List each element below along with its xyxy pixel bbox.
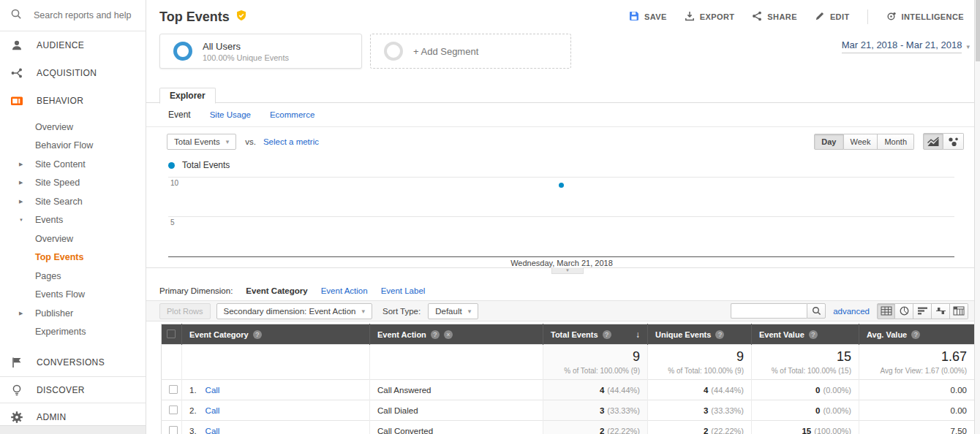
- category-link[interactable]: Call: [206, 427, 220, 434]
- sidebar-item-overview[interactable]: Overview: [0, 118, 146, 137]
- plot-rows-button[interactable]: Plot Rows: [159, 303, 211, 319]
- granularity-day-button[interactable]: Day: [814, 134, 843, 150]
- sidebar-item-acquisition[interactable]: ACQUISITION: [0, 59, 146, 87]
- help-icon[interactable]: ?: [431, 330, 440, 339]
- save-icon: [629, 11, 639, 23]
- help-icon[interactable]: ?: [253, 330, 262, 339]
- col-total-events[interactable]: Total Events?↓: [543, 324, 648, 345]
- sidebar-item-behavior[interactable]: BEHAVIOR: [0, 87, 146, 115]
- help-icon[interactable]: ?: [911, 330, 920, 339]
- row-checkbox-cell: [162, 421, 182, 434]
- chart-drawer-handle[interactable]: ▼: [551, 267, 584, 274]
- view-pivot-button[interactable]: [950, 303, 968, 319]
- row-checkbox-cell: [162, 380, 182, 400]
- metric-dropdown[interactable]: Total Events ▾: [167, 134, 236, 150]
- select-metric-link[interactable]: Select a metric: [263, 137, 319, 146]
- report-header: Top Events SAVE EXPORT SHARE: [146, 0, 974, 34]
- add-segment-button[interactable]: + Add Segment: [370, 34, 571, 69]
- help-icon[interactable]: ?: [715, 330, 724, 339]
- help-icon[interactable]: ?: [809, 330, 818, 339]
- col-event-action[interactable]: Event Action?×: [370, 324, 543, 345]
- view-percentage-button[interactable]: [895, 303, 913, 319]
- secondary-dimension-dropdown[interactable]: Secondary dimension: Event Action ▾: [216, 303, 372, 319]
- granularity-week-button[interactable]: Week: [844, 134, 878, 150]
- table-search-button[interactable]: [807, 303, 826, 319]
- export-button[interactable]: EXPORT: [685, 11, 735, 23]
- row-event-value: 15(100.00%): [752, 421, 859, 434]
- dimension-event-category[interactable]: Event Category: [246, 286, 307, 295]
- row-checkbox[interactable]: [169, 406, 178, 414]
- data-point-total-events[interactable]: [559, 183, 564, 188]
- row-checkbox[interactable]: [169, 426, 178, 434]
- col-avg-value[interactable]: Avg. Value?: [859, 324, 975, 345]
- expand-right-icon[interactable]: ▶: [19, 199, 23, 205]
- row-checkbox[interactable]: [169, 385, 178, 394]
- view-table-button[interactable]: [877, 303, 895, 319]
- sidebar-item-events-flow[interactable]: Events Flow: [0, 286, 146, 305]
- sidebar-item-publisher[interactable]: ▶ Publisher: [0, 304, 146, 323]
- search-icon: [10, 8, 22, 23]
- scrollbar[interactable]: [974, 0, 980, 434]
- sidebar-item-site-search[interactable]: ▶ Site Search: [0, 192, 146, 211]
- sidebar-item-experiments[interactable]: Experiments: [0, 323, 146, 342]
- sidebar-item-top-events[interactable]: Top Events: [0, 248, 146, 267]
- dimension-event-label[interactable]: Event Label: [381, 286, 426, 295]
- chevron-down-icon: ▾: [468, 308, 472, 315]
- sidebar-item-events-overview[interactable]: Overview: [0, 229, 146, 248]
- col-label: Total Events: [551, 330, 598, 339]
- sidebar-item-events[interactable]: ▼ Events: [0, 211, 146, 230]
- view-performance-button[interactable]: [913, 303, 932, 319]
- segment-all-users[interactable]: All Users 100.00% Unique Events: [159, 34, 362, 69]
- select-all-checkbox[interactable]: [167, 330, 176, 338]
- col-event-category[interactable]: Event Category?: [182, 324, 370, 345]
- scrollbar-thumb[interactable]: [976, 0, 980, 61]
- remove-secondary-dimension-icon[interactable]: ×: [444, 330, 453, 339]
- cell-value: 15: [802, 427, 811, 434]
- view-comparison-button[interactable]: [932, 303, 950, 319]
- tab-explorer[interactable]: Explorer: [159, 88, 216, 104]
- category-link[interactable]: Call: [206, 406, 220, 415]
- sidebar-search[interactable]: [0, 0, 146, 31]
- intelligence-button[interactable]: INTELLIGENCE: [886, 11, 964, 23]
- date-range-selector[interactable]: Mar 21, 2018 - Mar 21, 2018 ▾: [842, 39, 970, 53]
- sidebar-search-input[interactable]: [34, 10, 143, 20]
- edit-button[interactable]: EDIT: [815, 11, 850, 23]
- totals-total-events: 9 % of Total: 100.00% (9): [543, 345, 648, 380]
- tab-site-usage[interactable]: Site Usage: [210, 110, 251, 119]
- line-chart-button[interactable]: [923, 133, 943, 150]
- help-icon[interactable]: ?: [603, 330, 611, 339]
- expand-down-icon[interactable]: ▼: [19, 218, 23, 222]
- table-search-input[interactable]: [731, 303, 807, 319]
- legend-label: Total Events: [182, 160, 230, 170]
- action-value: Call Dialed: [377, 406, 418, 415]
- advanced-link[interactable]: advanced: [833, 307, 870, 316]
- sort-type-dropdown[interactable]: Default ▾: [428, 303, 478, 319]
- row-avg-value: 0.00: [859, 380, 975, 400]
- sidebar-item-pages[interactable]: Pages: [0, 267, 146, 286]
- sidebar-item-audience[interactable]: AUDIENCE: [0, 31, 146, 59]
- motion-chart-button[interactable]: [943, 133, 964, 150]
- sidebar-item-site-content[interactable]: ▶ Site Content: [0, 155, 146, 174]
- sidebar-item-conversions[interactable]: CONVERSIONS: [0, 349, 146, 376]
- category-link[interactable]: Call: [206, 386, 220, 395]
- action-value: Call Answered: [377, 386, 431, 395]
- row-category-cell: 3.Call: [182, 421, 370, 434]
- share-icon: [752, 11, 762, 23]
- col-unique-events[interactable]: Unique Events?: [648, 324, 752, 345]
- expand-right-icon[interactable]: ▶: [19, 311, 23, 316]
- sidebar-item-label: Events Flow: [35, 289, 85, 300]
- col-event-value[interactable]: Event Value?: [752, 324, 859, 345]
- sort-desc-icon: ↓: [636, 330, 640, 340]
- expand-right-icon[interactable]: ▶: [19, 161, 23, 167]
- granularity-month-button[interactable]: Month: [878, 134, 914, 150]
- tab-ecommerce[interactable]: Ecommerce: [270, 110, 314, 119]
- sidebar-item-site-speed[interactable]: ▶ Site Speed: [0, 174, 146, 193]
- sidebar-item-discover[interactable]: DISCOVER: [0, 376, 146, 403]
- expand-right-icon[interactable]: ▶: [19, 180, 23, 186]
- share-button[interactable]: SHARE: [752, 11, 797, 23]
- table-row: 3.Call Call Converted 2(22.22%) 2(22.22%…: [162, 421, 975, 434]
- dimension-event-action[interactable]: Event Action: [321, 286, 368, 295]
- sidebar-item-behavior-flow[interactable]: Behavior Flow: [0, 137, 146, 156]
- tab-event[interactable]: Event: [168, 110, 191, 120]
- save-button[interactable]: SAVE: [629, 11, 667, 23]
